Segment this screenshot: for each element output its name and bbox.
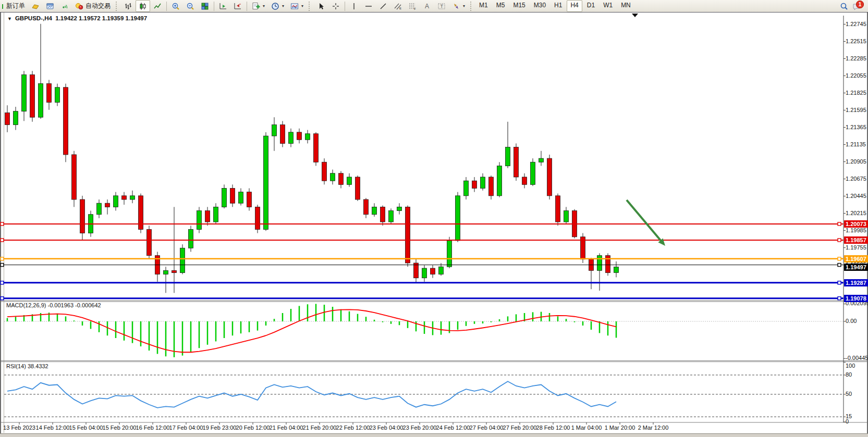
timeframe-button-M5[interactable]: M5 [493, 0, 509, 12]
chart-shift-marker[interactable] [632, 14, 638, 17]
chat-icon[interactable]: 1 [852, 2, 863, 11]
fibonacci-button[interactable]: F [405, 0, 420, 12]
arrow-annotation[interactable] [627, 200, 661, 240]
level-handle[interactable] [1, 297, 4, 300]
candle-body [514, 147, 519, 177]
level-handle[interactable] [838, 239, 841, 242]
periods-clock-button[interactable]: ▾ [268, 0, 287, 12]
timeframe-button-D1[interactable]: D1 [583, 0, 598, 12]
rsi-indicator-label: RSI(14) 38.4332 [6, 363, 48, 369]
candle-body [456, 196, 460, 241]
vertical-line-button[interactable] [347, 0, 361, 12]
text-label-button[interactable]: T [434, 0, 449, 12]
candle-body [222, 188, 227, 207]
periods-dropdown-caret[interactable]: ▾ [282, 4, 284, 8]
bar-chart-button[interactable] [121, 0, 136, 12]
chart-title: ▼GBPUSD-,H4 1.19422 1.19572 1.19359 1.19… [7, 15, 147, 21]
template-button[interactable]: ▾ [287, 0, 307, 12]
timeframe-button-H1[interactable]: H1 [551, 0, 566, 12]
level-handle[interactable] [838, 264, 841, 267]
line-chart-button[interactable] [150, 0, 165, 12]
new-order-label: 新订单 [6, 2, 25, 10]
price-tick-label: 1.21135 [846, 141, 866, 147]
level-handle[interactable] [838, 257, 841, 260]
arrows-dropdown-caret[interactable]: ▾ [463, 4, 465, 8]
candle-body [114, 196, 118, 207]
crosshair-button[interactable] [328, 0, 343, 12]
template-dropdown-caret[interactable]: ▾ [301, 4, 303, 8]
chart-canvas[interactable] [0, 0, 868, 437]
timeframe-button-H4[interactable]: H4 [567, 0, 582, 12]
macd-indicator-label: MACD(12,26,9) -0.001963 -0.000642 [6, 302, 101, 308]
date-label: 16 Feb 12:00 [136, 424, 170, 431]
level-handle[interactable] [838, 222, 841, 226]
candle-body [414, 263, 419, 278]
zoom-in-button[interactable] [168, 0, 183, 12]
candle-body [314, 134, 319, 163]
candle-body [147, 229, 152, 255]
trendline-button[interactable] [376, 0, 390, 12]
indicators-dropdown-caret[interactable]: ▾ [263, 4, 265, 8]
timeframe-button-M1[interactable]: M1 [475, 0, 492, 12]
candle-body [422, 268, 427, 278]
date-label: 24 Feb 12:00 [436, 424, 470, 431]
candle-body [356, 177, 360, 199]
level-handle[interactable] [1, 264, 4, 267]
timeframe-button-M15[interactable]: M15 [509, 0, 529, 12]
candle-body [489, 177, 494, 196]
cursor-button[interactable] [314, 0, 328, 12]
candle-body [55, 88, 60, 103]
arrows-button[interactable]: ▾ [449, 0, 468, 12]
indicators-add-button[interactable]: ▾ [249, 0, 268, 12]
candle-body [22, 74, 27, 111]
candle-body [255, 207, 260, 229]
auto-trading-button[interactable]: 自动交易 [72, 0, 114, 12]
timeframe-button-MN[interactable]: MN [617, 0, 634, 12]
candle-body [464, 181, 469, 196]
price-badge-1.20073: 1.20073 [844, 220, 868, 228]
price-badge-1.19287: 1.19287 [844, 279, 868, 286]
timeframe-button-W1[interactable]: W1 [600, 0, 616, 12]
level-handle[interactable] [838, 297, 841, 300]
price-tick-label: 1.21365 [846, 124, 866, 130]
macd-tick-label: 0.00 [846, 318, 857, 324]
tile-windows-button[interactable] [198, 0, 212, 12]
horizontal-line-button[interactable] [361, 0, 376, 12]
chart-autoscroll-button[interactable] [230, 0, 245, 12]
text-button[interactable]: A [420, 0, 434, 12]
price-badge-1.19078: 1.19078 [844, 295, 868, 302]
candle-body [506, 147, 510, 166]
date-label: 23 Feb 04:00 [370, 424, 404, 431]
notification-badge[interactable]: 1 [856, 1, 864, 8]
new-order-button[interactable]: 新订单 [3, 0, 28, 12]
timeframe-button-M30[interactable]: M30 [530, 0, 549, 12]
toolbar-drag-handle[interactable] [116, 2, 119, 11]
candle-body [122, 196, 127, 199]
zoom-out-button[interactable] [183, 0, 198, 12]
window-bottom-edge [0, 433, 868, 437]
gold-bar-icon[interactable] [28, 0, 43, 12]
date-label: 27 Feb 04:00 [470, 424, 504, 431]
equidistant-channel-button[interactable]: E [390, 0, 405, 12]
rsi-tick-label: 80 [846, 371, 852, 378]
rsi-tick-label: 50 [846, 391, 852, 397]
svg-text:A: A [425, 3, 429, 10]
level-handle[interactable] [1, 257, 4, 260]
toolbar-drag-handle[interactable] [470, 2, 474, 11]
signal-icon[interactable] [57, 0, 72, 12]
search-icon[interactable] [840, 2, 848, 10]
price-tick-label: 1.22515 [846, 38, 866, 44]
price-tick-label: 1.19755 [846, 244, 866, 251]
candlestick-chart-button[interactable] [136, 0, 150, 12]
level-handle[interactable] [1, 239, 4, 242]
level-handle[interactable] [1, 222, 4, 226]
candle-body [556, 196, 560, 222]
chart-menu-icon[interactable]: ▼ [7, 16, 12, 21]
date-label: 15 Feb 04:00 [69, 424, 103, 431]
level-handle[interactable] [838, 281, 841, 284]
toolbar-drag-handle[interactable] [309, 2, 312, 11]
mt4-window: 新订单 自动交易 [0, 0, 868, 437]
market-window-icon[interactable] [43, 0, 57, 12]
chart-shift-button[interactable] [216, 0, 230, 12]
level-handle[interactable] [1, 281, 4, 284]
